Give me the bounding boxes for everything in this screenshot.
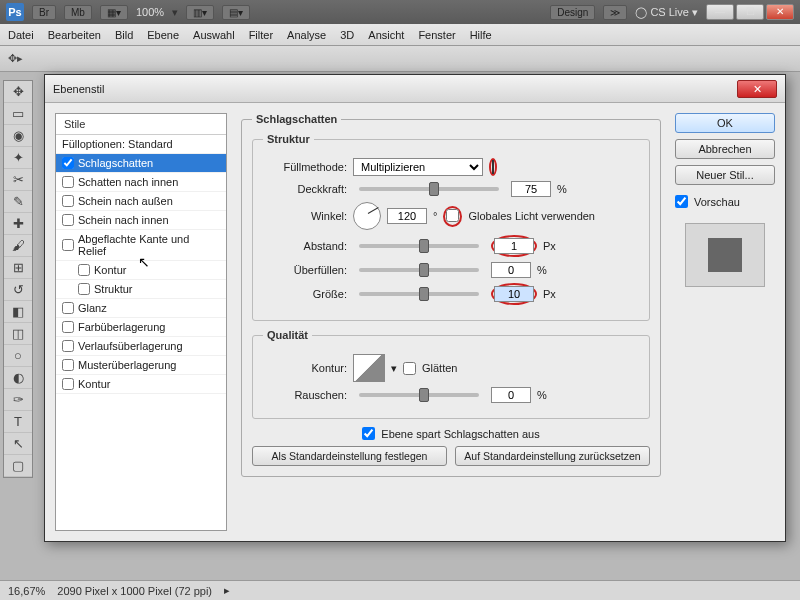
opacity-label: Deckkraft: (263, 183, 347, 195)
knockout-checkbox[interactable] (362, 427, 375, 440)
style-item-9[interactable]: Verlaufsüberlagerung (56, 337, 226, 356)
dialog-close-button[interactable]: ✕ (737, 80, 777, 98)
size-input[interactable] (494, 286, 534, 302)
antialias-checkbox[interactable] (403, 362, 416, 375)
style-item-7[interactable]: Glanz (56, 299, 226, 318)
preview-checkbox[interactable] (675, 195, 688, 208)
style-item-0[interactable]: Schlagschatten (56, 154, 226, 173)
style-checkbox[interactable] (62, 157, 74, 169)
view-button[interactable]: ▤▾ (222, 5, 250, 20)
color-swatch[interactable] (492, 160, 494, 174)
workspace-more[interactable]: ≫ (603, 5, 627, 20)
tool-type[interactable]: T (4, 411, 32, 433)
tool-path[interactable]: ↖ (4, 433, 32, 455)
style-item-6[interactable]: Struktur (56, 280, 226, 299)
status-zoom[interactable]: 16,67% (8, 585, 45, 597)
style-checkbox[interactable] (62, 302, 74, 314)
noise-slider[interactable] (359, 393, 479, 397)
style-item-10[interactable]: Musterüberlagerung (56, 356, 226, 375)
style-item-2[interactable]: Schein nach außen (56, 192, 226, 211)
menu-filter[interactable]: Filter (249, 29, 273, 41)
spread-slider[interactable] (359, 268, 479, 272)
tool-lasso[interactable]: ◉ (4, 125, 32, 147)
size-slider[interactable] (359, 292, 479, 296)
style-item-1[interactable]: Schatten nach innen (56, 173, 226, 192)
spread-input[interactable] (491, 262, 531, 278)
maximize-button[interactable]: ☐ (736, 4, 764, 20)
style-checkbox[interactable] (62, 378, 74, 390)
distance-input[interactable] (494, 238, 534, 254)
zoom-display[interactable]: 100% (136, 6, 164, 18)
style-checkbox[interactable] (62, 340, 74, 352)
menu-hilfe[interactable]: Hilfe (470, 29, 492, 41)
style-checkbox[interactable] (62, 359, 74, 371)
style-item-8[interactable]: Farbüberlagerung (56, 318, 226, 337)
new-style-button[interactable]: Neuer Stil... (675, 165, 775, 185)
tool-eraser[interactable]: ◧ (4, 301, 32, 323)
tool-shape[interactable]: ▢ (4, 455, 32, 477)
workspace-design[interactable]: Design (550, 5, 595, 20)
screenmode-button[interactable]: ▦▾ (100, 5, 128, 20)
global-light-checkbox[interactable] (446, 209, 459, 222)
style-item-4[interactable]: Abgeflachte Kante und Relief (56, 230, 226, 261)
style-checkbox[interactable] (78, 264, 90, 276)
tool-history[interactable]: ↺ (4, 279, 32, 301)
minibridge-button[interactable]: Mb (64, 5, 92, 20)
group-title: Schlagschatten (252, 113, 341, 125)
angle-label: Winkel: (263, 210, 347, 222)
angle-input[interactable] (387, 208, 427, 224)
style-checkbox[interactable] (62, 214, 74, 226)
arrange-button[interactable]: ▥▾ (186, 5, 214, 20)
tool-wand[interactable]: ✦ (4, 147, 32, 169)
opacity-slider[interactable] (359, 187, 499, 191)
status-doc[interactable]: 2090 Pixel x 1000 Pixel (72 ppi) (57, 585, 212, 597)
menu-ansicht[interactable]: Ansicht (368, 29, 404, 41)
menu-3d[interactable]: 3D (340, 29, 354, 41)
style-checkbox[interactable] (62, 195, 74, 207)
style-item-11[interactable]: Kontur (56, 375, 226, 394)
tool-stamp[interactable]: ⊞ (4, 257, 32, 279)
tool-crop[interactable]: ✂ (4, 169, 32, 191)
menu-ebene[interactable]: Ebene (147, 29, 179, 41)
style-checkbox[interactable] (62, 176, 74, 188)
cancel-button[interactable]: Abbrechen (675, 139, 775, 159)
style-checkbox[interactable] (62, 321, 74, 333)
tool-brush[interactable]: 🖌 (4, 235, 32, 257)
close-button[interactable]: ✕ (766, 4, 794, 20)
tool-blur[interactable]: ○ (4, 345, 32, 367)
tool-dodge[interactable]: ◐ (4, 367, 32, 389)
style-label: Verlaufsüberlagerung (78, 340, 183, 352)
style-item-5[interactable]: Kontur (56, 261, 226, 280)
tool-gradient[interactable]: ◫ (4, 323, 32, 345)
angle-dial[interactable] (353, 202, 381, 230)
style-label: Schein nach innen (78, 214, 169, 226)
menu-datei[interactable]: Datei (8, 29, 34, 41)
distance-slider[interactable] (359, 244, 479, 248)
style-checkbox[interactable] (62, 239, 74, 251)
tool-move[interactable]: ✥ (4, 81, 32, 103)
menu-fenster[interactable]: Fenster (418, 29, 455, 41)
bridge-button[interactable]: Br (32, 5, 56, 20)
blendmode-select[interactable]: Multiplizieren (353, 158, 483, 176)
blend-options-item[interactable]: Fülloptionen: Standard (56, 135, 226, 154)
dialog-titlebar[interactable]: Ebenenstil ✕ (45, 75, 785, 103)
make-default-button[interactable]: Als Standardeinstellung festlegen (252, 446, 447, 466)
minimize-button[interactable]: — (706, 4, 734, 20)
menu-bild[interactable]: Bild (115, 29, 133, 41)
opacity-input[interactable] (511, 181, 551, 197)
style-label: Kontur (78, 378, 110, 390)
style-checkbox[interactable] (78, 283, 90, 295)
menu-bearbeiten[interactable]: Bearbeiten (48, 29, 101, 41)
menu-analyse[interactable]: Analyse (287, 29, 326, 41)
menu-auswahl[interactable]: Auswahl (193, 29, 235, 41)
ok-button[interactable]: OK (675, 113, 775, 133)
contour-picker[interactable] (353, 354, 385, 382)
noise-input[interactable] (491, 387, 531, 403)
style-item-3[interactable]: Schein nach innen (56, 211, 226, 230)
tool-eyedrop[interactable]: ✎ (4, 191, 32, 213)
reset-default-button[interactable]: Auf Standardeinstellung zurücksetzen (455, 446, 650, 466)
cslive-button[interactable]: ◯ CS Live ▾ (635, 6, 698, 19)
tool-marquee[interactable]: ▭ (4, 103, 32, 125)
tool-heal[interactable]: ✚ (4, 213, 32, 235)
tool-pen[interactable]: ✑ (4, 389, 32, 411)
